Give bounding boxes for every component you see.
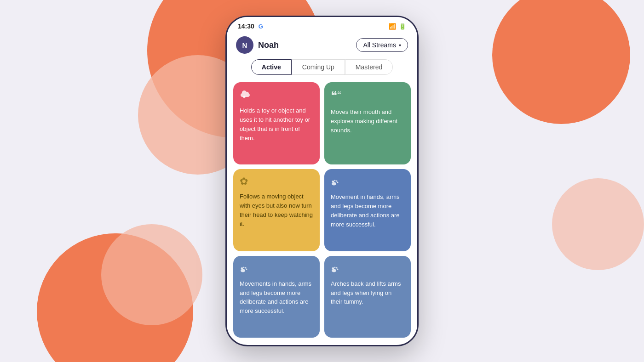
- svg-point-11: [332, 269, 336, 272]
- user-info: N Noah: [236, 36, 279, 54]
- streams-dropdown-button[interactable]: All Streams ▾: [356, 38, 408, 52]
- foot-icon: [331, 175, 404, 188]
- card-4[interactable]: Movement in hands, arms and legs become …: [324, 169, 411, 251]
- app-header: N Noah All Streams ▾: [227, 33, 417, 59]
- card-4-text: Movement in hands, arms and legs become …: [331, 193, 400, 228]
- svg-point-0: [243, 96, 246, 98]
- cloud-icon: [240, 89, 313, 102]
- svg-point-14: [336, 267, 338, 268]
- svg-point-12: [332, 267, 334, 269]
- svg-point-1: [332, 182, 336, 186]
- svg-point-15: [337, 268, 339, 270]
- streams-label: All Streams: [363, 41, 396, 49]
- chevron-down-icon: ▾: [399, 43, 401, 48]
- bg-circle-6: [552, 178, 644, 270]
- card-2-text: Moves their mouth and explores making di…: [331, 108, 397, 134]
- card-1-text: Holds a toy or object and uses it to hit…: [240, 107, 310, 141]
- svg-point-2: [332, 181, 334, 182]
- status-bar: 14:30 G 📶 🔋: [227, 17, 417, 33]
- svg-point-9: [245, 267, 247, 268]
- card-3-text: Follows a moving object with eyes but al…: [240, 193, 313, 227]
- card-1[interactable]: Holds a toy or object and uses it to hit…: [233, 82, 320, 164]
- foot2-icon: [240, 262, 313, 275]
- svg-point-4: [336, 181, 338, 182]
- foot3-icon: [331, 262, 404, 275]
- svg-point-10: [246, 268, 247, 270]
- svg-point-8: [243, 266, 245, 268]
- tab-bar: Active Coming Up Mastered: [227, 59, 417, 80]
- tab-coming-up[interactable]: Coming Up: [292, 59, 345, 75]
- quote-icon: “: [331, 89, 404, 103]
- svg-point-6: [241, 269, 245, 272]
- avatar: N: [236, 36, 253, 54]
- user-name: Noah: [258, 40, 279, 50]
- svg-point-5: [337, 182, 339, 183]
- wifi-icon: 📶: [389, 23, 396, 30]
- google-icon: G: [259, 23, 263, 30]
- phone-wrapper: 14:30 G 📶 🔋 N Noah All Streams ▾: [225, 16, 419, 346]
- bg-circle-4: [101, 224, 202, 325]
- card-6[interactable]: Arches back and lifts arms and legs when…: [324, 256, 411, 338]
- phone-screen: 14:30 G 📶 🔋 N Noah All Streams ▾: [225, 16, 419, 346]
- battery-icon: 🔋: [399, 23, 406, 30]
- card-grid: Holds a toy or object and uses it to hit…: [227, 80, 417, 344]
- svg-point-13: [334, 266, 336, 268]
- status-time: 14:30: [238, 23, 254, 30]
- svg-point-7: [241, 267, 243, 269]
- card-2[interactable]: “ Moves their mouth and explores making …: [324, 82, 411, 164]
- tab-active[interactable]: Active: [251, 59, 292, 75]
- card-5-text: Movements in hands, arms and legs become…: [240, 280, 311, 315]
- card-6-text: Arches back and lifts arms and legs when…: [331, 280, 401, 305]
- bg-circle-5: [492, 0, 630, 124]
- flower-icon: ✿: [240, 175, 313, 187]
- tab-mastered[interactable]: Mastered: [345, 59, 393, 75]
- card-5[interactable]: Movements in hands, arms and legs become…: [233, 256, 320, 338]
- svg-point-3: [334, 180, 336, 181]
- card-3[interactable]: ✿ Follows a moving object with eyes but …: [233, 169, 320, 251]
- status-icons: 📶 🔋: [389, 23, 406, 30]
